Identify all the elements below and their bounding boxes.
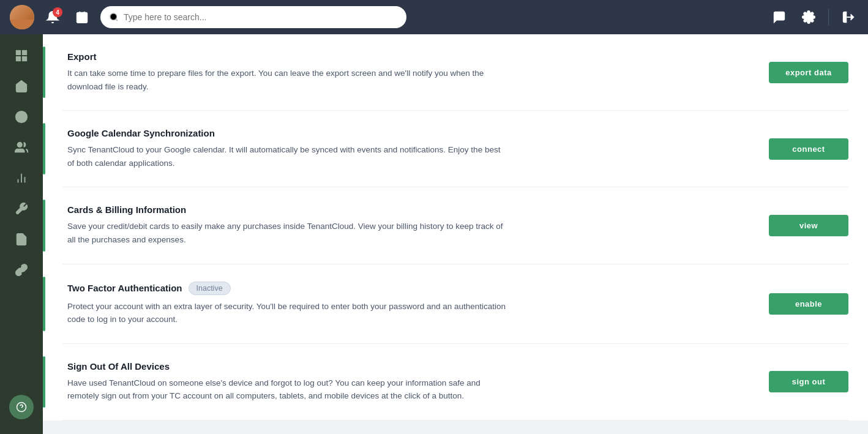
section-title-sign-out: Sign Out Of All Devices xyxy=(67,361,749,372)
cards-billing-button[interactable]: view xyxy=(769,215,848,236)
sidebar-item-documents[interactable] xyxy=(6,225,37,253)
section-action-two-factor: enable xyxy=(769,293,848,315)
svg-point-15 xyxy=(18,143,22,147)
svg-rect-10 xyxy=(17,57,20,61)
section-title-two-factor: Two Factor Authentication Inactive xyxy=(67,282,749,295)
svg-rect-8 xyxy=(17,51,20,54)
svg-point-4 xyxy=(110,13,117,20)
section-description-two-factor: Protect your account with an extra layer… xyxy=(67,300,508,326)
search-icon xyxy=(109,12,119,22)
section-title-cards-billing: Cards & Billing Information xyxy=(67,204,749,215)
chat-icon[interactable] xyxy=(769,7,789,27)
top-header: 4 xyxy=(0,0,868,34)
section-border-cards-billing xyxy=(43,200,45,251)
sidebar xyxy=(0,34,43,434)
inactive-badge: Inactive xyxy=(189,282,231,295)
sections-list: Export It can take some time to prepare … xyxy=(62,34,848,421)
sidebar-item-tenants[interactable] xyxy=(6,133,37,162)
sidebar-item-property[interactable] xyxy=(6,72,37,100)
section-title-export: Export xyxy=(67,51,749,62)
header-right-icons xyxy=(769,7,858,27)
section-row-cards-billing: Cards & Billing Information Save your cr… xyxy=(62,187,848,264)
section-action-google-calendar: connect xyxy=(769,138,848,160)
settings-icon[interactable] xyxy=(799,7,818,27)
svg-rect-9 xyxy=(23,51,26,54)
svg-rect-0 xyxy=(77,13,88,23)
section-border-export xyxy=(43,47,45,98)
calendar-icon[interactable] xyxy=(71,6,93,28)
app-layout: Export It can take some time to prepare … xyxy=(0,34,868,434)
header-divider xyxy=(828,9,829,26)
logout-icon[interactable] xyxy=(839,7,858,27)
section-border-two-factor xyxy=(43,277,45,331)
avatar[interactable] xyxy=(10,5,34,29)
section-content-google-calendar: Google Calendar Synchronization Sync Ten… xyxy=(62,128,749,170)
section-row-sign-out: Sign Out Of All Devices Have used Tenant… xyxy=(62,344,848,421)
sidebar-item-grid[interactable] xyxy=(6,42,37,70)
sidebar-support[interactable] xyxy=(9,395,34,427)
section-row-export: Export It can take some time to prepare … xyxy=(62,34,848,111)
notification-bell[interactable]: 4 xyxy=(42,6,64,28)
section-description-cards-billing: Save your credit/debit cards to easily m… xyxy=(67,220,508,246)
section-content-two-factor: Two Factor Authentication Inactive Prote… xyxy=(62,282,749,326)
export-button[interactable]: export data xyxy=(769,62,848,83)
support-button[interactable] xyxy=(9,395,34,419)
search-bar xyxy=(100,6,406,28)
google-calendar-button[interactable]: connect xyxy=(769,138,848,160)
svg-rect-11 xyxy=(23,57,26,61)
sidebar-item-finance[interactable] xyxy=(6,103,37,131)
section-description-export: It can take some time to prepare files f… xyxy=(67,67,508,93)
search-input[interactable] xyxy=(124,12,398,22)
section-action-sign-out: sign out xyxy=(769,371,848,392)
section-description-sign-out: Have used TenantCloud on someone else's … xyxy=(67,376,508,403)
section-action-export: export data xyxy=(769,62,848,83)
sign-out-button[interactable]: sign out xyxy=(769,371,848,392)
main-content: Export It can take some time to prepare … xyxy=(43,34,868,434)
section-title-google-calendar: Google Calendar Synchronization xyxy=(67,128,749,138)
sidebar-item-maintenance[interactable] xyxy=(6,195,37,223)
section-content-export: Export It can take some time to prepare … xyxy=(62,51,749,93)
section-action-cards-billing: view xyxy=(769,215,848,236)
sidebar-item-links[interactable] xyxy=(6,256,37,284)
section-border-sign-out xyxy=(43,356,45,408)
sidebar-item-reports[interactable] xyxy=(6,164,37,192)
notification-count: 4 xyxy=(53,7,62,17)
two-factor-button[interactable]: enable xyxy=(769,293,848,315)
section-description-google-calendar: Sync TenantCloud to your Google calendar… xyxy=(67,143,508,170)
section-content-sign-out: Sign Out Of All Devices Have used Tenant… xyxy=(62,361,749,403)
settings-content: Export It can take some time to prepare … xyxy=(43,34,868,421)
section-row-two-factor: Two Factor Authentication Inactive Prote… xyxy=(62,264,848,344)
svg-line-5 xyxy=(116,19,118,21)
section-border-google-calendar xyxy=(43,123,45,174)
section-content-cards-billing: Cards & Billing Information Save your cr… xyxy=(62,204,749,246)
section-row-google-calendar: Google Calendar Synchronization Sync Ten… xyxy=(62,111,848,187)
